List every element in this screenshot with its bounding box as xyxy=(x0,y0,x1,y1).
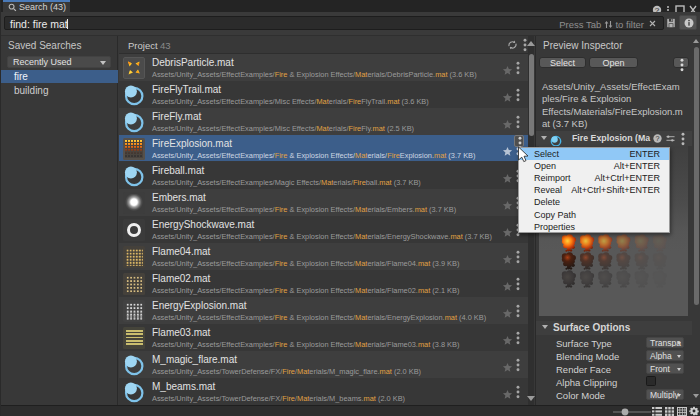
svg-text:?: ? xyxy=(656,134,660,143)
